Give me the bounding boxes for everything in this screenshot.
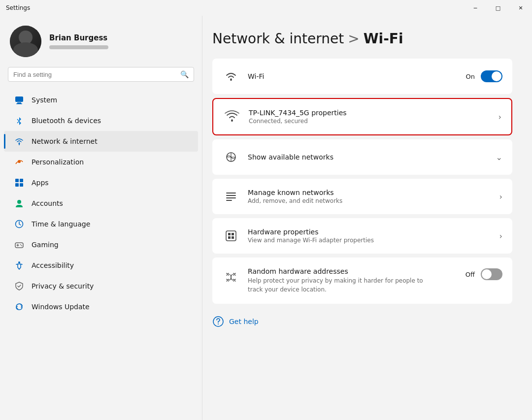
privacy-icon	[14, 281, 25, 291]
random-hw-controls: Off	[466, 268, 502, 280]
sidebar-item-apps-label: Apps	[32, 179, 49, 187]
random-hw-subtitle: Help protect your privacy by making it h…	[248, 276, 435, 294]
sidebar-item-accounts-label: Accounts	[32, 199, 63, 207]
svg-rect-0	[15, 97, 23, 102]
wifi-title: Wi-Fi	[248, 72, 458, 80]
sidebar-item-update[interactable]: Windows Update	[4, 296, 198, 317]
show-networks-chevron-icon: ⌄	[496, 153, 502, 162]
sidebar-item-apps[interactable]: Apps	[4, 172, 198, 193]
wifi-toggle[interactable]	[481, 70, 502, 82]
svg-point-24	[218, 323, 219, 324]
svg-rect-20	[232, 233, 234, 235]
svg-rect-6	[20, 179, 23, 182]
manage-networks-subtitle: Add, remove, and edit networks	[248, 197, 492, 204]
tp-link-wifi-icon	[223, 108, 241, 126]
svg-rect-5	[15, 179, 19, 182]
random-hw-toggle-knob	[482, 269, 492, 279]
sidebar-item-privacy[interactable]: Privacy & security	[4, 276, 198, 296]
avatar	[10, 26, 41, 57]
search-box[interactable]: 🔍	[8, 67, 194, 82]
get-help-section[interactable]: Get help	[212, 308, 512, 335]
sidebar-nav: System Bluetooth & devices	[0, 90, 202, 317]
svg-point-14	[18, 261, 20, 263]
hardware-chevron-icon: ›	[499, 231, 502, 241]
random-hw-card: Random hardware addresses Help protect y…	[212, 258, 512, 304]
apps-icon	[14, 177, 25, 188]
sidebar: Brian Burgess 🔍	[0, 16, 202, 420]
random-hw-row: Random hardware addresses Help protect y…	[212, 258, 512, 304]
sidebar-item-gaming[interactable]: Gaming	[4, 234, 198, 255]
close-button[interactable]: ✕	[509, 0, 532, 16]
sidebar-item-personalization[interactable]: Personalization	[4, 152, 198, 172]
accessibility-icon	[14, 260, 25, 271]
sidebar-item-network-label: Network & internet	[32, 137, 98, 145]
sidebar-item-accounts[interactable]: Accounts	[4, 193, 198, 214]
show-networks-text: Show available networks	[248, 153, 488, 161]
sidebar-item-update-label: Windows Update	[32, 303, 90, 311]
show-networks-title: Show available networks	[248, 153, 488, 161]
manage-networks-chevron: ›	[499, 192, 502, 201]
get-help-label: Get help	[229, 318, 259, 325]
svg-point-12	[20, 244, 21, 245]
breadcrumb-separator: >	[348, 31, 359, 47]
maximize-button[interactable]: □	[487, 0, 509, 16]
sidebar-item-system-label: System	[32, 96, 57, 104]
accounts-icon	[14, 198, 25, 209]
user-name: Brian Burgess	[49, 33, 108, 42]
random-hw-icon	[222, 268, 240, 286]
tp-link-card[interactable]: TP-LINK_7434_5G properties Connected, se…	[212, 98, 512, 135]
wifi-controls: On	[466, 70, 502, 82]
app-title: Settings	[6, 4, 30, 11]
svg-rect-18	[226, 231, 236, 241]
tp-link-row[interactable]: TP-LINK_7434_5G properties Connected, se…	[213, 99, 511, 134]
wifi-card: Wi-Fi On	[212, 59, 512, 94]
search-icon[interactable]: 🔍	[180, 70, 189, 78]
sidebar-item-bluetooth[interactable]: Bluetooth & devices	[4, 110, 198, 131]
hardware-text: Hardware properties View and manage Wi-F…	[248, 228, 492, 244]
random-hw-text: Random hardware addresses Help protect y…	[248, 267, 458, 294]
wifi-row[interactable]: Wi-Fi On	[212, 59, 512, 94]
sidebar-item-system[interactable]: System	[4, 90, 198, 110]
page-header: Network & internet > Wi-Fi	[212, 31, 512, 47]
gaming-icon	[14, 239, 25, 250]
svg-rect-8	[20, 183, 23, 187]
random-hw-title: Random hardware addresses	[248, 267, 458, 275]
user-info: Brian Burgess	[49, 33, 108, 49]
sidebar-item-accessibility-label: Accessibility	[32, 261, 74, 269]
svg-point-15	[230, 79, 232, 81]
sidebar-item-time[interactable]: Time & language	[4, 214, 198, 234]
manage-networks-row[interactable]: Manage known networks Add, remove, and e…	[212, 179, 512, 214]
hardware-chevron: ›	[499, 231, 502, 241]
breadcrumb-current: Wi-Fi	[364, 31, 403, 47]
svg-point-4	[18, 160, 21, 163]
show-networks-card: Show available networks ⌄	[212, 139, 512, 175]
svg-rect-2	[16, 103, 22, 104]
svg-rect-7	[15, 183, 19, 187]
tp-link-subtitle: Connected, secured	[249, 118, 491, 125]
breadcrumb: Network & internet > Wi-Fi	[212, 31, 512, 47]
minimize-button[interactable]: ─	[464, 0, 487, 16]
sidebar-item-personalization-label: Personalization	[32, 158, 84, 166]
wifi-icon	[222, 67, 240, 85]
search-input[interactable]	[13, 71, 176, 78]
tp-link-title: TP-LINK_7434_5G properties	[249, 109, 491, 117]
tp-link-chevron: ›	[499, 112, 501, 122]
show-networks-chevron: ⌄	[496, 153, 502, 162]
hardware-row[interactable]: Hardware properties View and manage Wi-F…	[212, 218, 512, 254]
sidebar-item-network[interactable]: Network & internet	[4, 131, 198, 152]
manage-networks-title: Manage known networks	[248, 189, 492, 196]
user-section: Brian Burgess	[0, 16, 202, 67]
svg-point-9	[17, 200, 21, 204]
show-networks-icon	[222, 148, 240, 166]
sidebar-item-gaming-label: Gaming	[32, 241, 59, 249]
wifi-state-label: On	[466, 73, 475, 80]
manage-networks-icon	[222, 188, 240, 205]
network-icon	[14, 136, 25, 147]
sidebar-item-accessibility[interactable]: Accessibility	[4, 255, 198, 276]
show-networks-row[interactable]: Show available networks ⌄	[212, 139, 512, 175]
app-window: Settings ─ □ ✕ Brian Burgess 🔍	[0, 0, 532, 420]
sidebar-item-time-label: Time & language	[32, 220, 90, 228]
manage-networks-chevron-icon: ›	[499, 192, 502, 201]
bluetooth-icon	[14, 115, 25, 126]
random-hw-toggle[interactable]	[481, 268, 502, 280]
